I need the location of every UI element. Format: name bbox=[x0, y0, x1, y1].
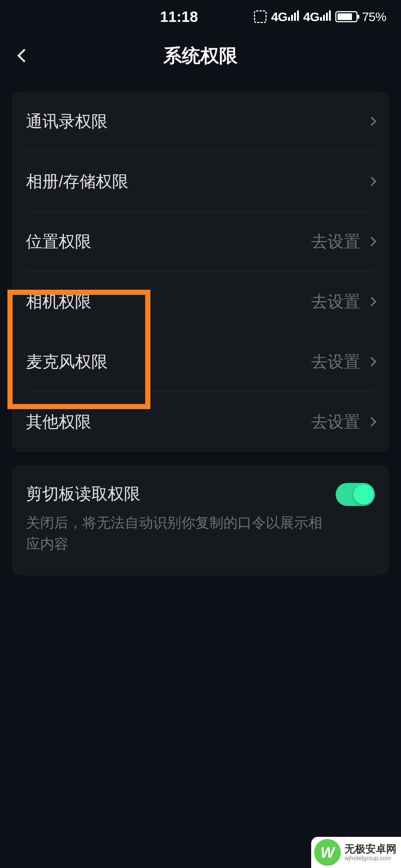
chevron-right-icon bbox=[367, 237, 376, 246]
status-indicators: 4G 4G 75% bbox=[254, 10, 386, 24]
watermark: W 无极安卓网 wjhotelgroup.com bbox=[311, 837, 401, 868]
permission-label: 位置权限 bbox=[26, 231, 91, 253]
chevron-right-icon bbox=[367, 177, 376, 186]
watermark-subtitle: wjhotelgroup.com bbox=[345, 855, 397, 862]
permission-row-contacts[interactable]: 通讯录权限 bbox=[12, 91, 389, 151]
clipboard-card: 剪切板读取权限 关闭后，将无法自动识别你复制的口令以展示相应内容 bbox=[12, 465, 389, 575]
permission-action: 去设置 bbox=[311, 411, 360, 433]
chevron-right-icon bbox=[367, 417, 376, 426]
watermark-title: 无极安卓网 bbox=[345, 844, 397, 855]
chevron-right-icon bbox=[367, 357, 376, 366]
toggle-knob bbox=[353, 484, 374, 504]
status-time: 11:18 bbox=[15, 9, 254, 25]
permission-label: 相册/存储权限 bbox=[26, 171, 128, 193]
permission-action: 去设置 bbox=[311, 291, 360, 313]
permission-row-other[interactable]: 其他权限 去设置 bbox=[12, 392, 389, 452]
signal-2: 4G bbox=[303, 10, 331, 23]
watermark-logo-icon: W bbox=[314, 839, 341, 866]
permission-row-microphone[interactable]: 麦克风权限 去设置 bbox=[12, 332, 389, 392]
header: 系统权限 bbox=[0, 33, 401, 78]
permission-row-camera[interactable]: 相机权限 去设置 bbox=[12, 272, 389, 332]
signal-bars-icon bbox=[320, 10, 331, 21]
clipboard-row: 剪切板读取权限 关闭后，将无法自动识别你复制的口令以展示相应内容 bbox=[12, 465, 389, 575]
signal-1: 4G bbox=[271, 10, 299, 23]
battery-icon bbox=[335, 11, 358, 22]
permission-action: 去设置 bbox=[311, 351, 360, 373]
permission-label: 相机权限 bbox=[26, 291, 91, 313]
permission-label: 麦克风权限 bbox=[26, 351, 108, 373]
status-bar: 11:18 4G 4G 75% bbox=[0, 0, 401, 33]
vibrate-icon bbox=[254, 10, 267, 23]
permission-row-storage[interactable]: 相册/存储权限 bbox=[12, 151, 389, 211]
battery-percentage: 75% bbox=[362, 10, 386, 24]
permission-label: 其他权限 bbox=[26, 411, 91, 433]
clipboard-toggle[interactable] bbox=[336, 483, 375, 506]
chevron-right-icon bbox=[367, 297, 376, 306]
permission-label: 通讯录权限 bbox=[26, 111, 108, 132]
permissions-card: 通讯录权限 相册/存储权限 位置权限 去设置 相机权限 去设置 bbox=[12, 91, 389, 452]
back-button[interactable] bbox=[11, 45, 33, 67]
clipboard-title: 剪切板读取权限 bbox=[26, 483, 328, 505]
chevron-left-icon bbox=[17, 49, 31, 63]
permission-row-location[interactable]: 位置权限 去设置 bbox=[12, 211, 389, 272]
clipboard-description: 关闭后，将无法自动识别你复制的口令以展示相应内容 bbox=[26, 512, 328, 555]
permission-action: 去设置 bbox=[311, 231, 360, 253]
page-title: 系统权限 bbox=[163, 43, 238, 68]
chevron-right-icon bbox=[367, 116, 376, 126]
signal-bars-icon bbox=[288, 10, 299, 21]
